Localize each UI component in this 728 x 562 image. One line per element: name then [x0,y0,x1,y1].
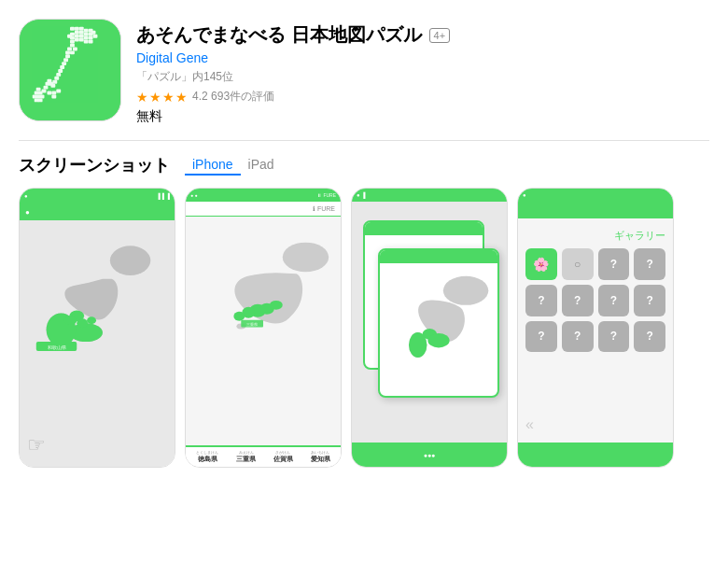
svg-rect-31 [62,62,66,65]
svg-rect-11 [75,31,79,35]
gallery-label: ギャラリー [614,230,665,241]
rating-row: ★★★★ 4.2 693件の評価 [136,89,709,105]
svg-rect-4 [84,29,89,33]
svg-rect-17 [84,36,89,40]
svg-rect-16 [79,35,84,38]
svg-rect-25 [73,47,77,50]
svg-rect-29 [65,54,70,58]
svg-point-55 [110,246,150,275]
price-label: 無料 [136,108,709,125]
screenshots-scroll[interactable]: ● ▐▐ ▐ ● [19,188,709,477]
svg-rect-14 [70,36,75,40]
svg-rect-47 [36,88,41,91]
svg-rect-32 [60,65,64,69]
stars: ★★★★ [136,90,189,105]
svg-rect-45 [56,90,61,93]
iphone-tab[interactable]: iPhone [185,155,241,176]
svg-rect-40 [45,82,49,86]
svg-rect-28 [65,50,70,54]
svg-point-62 [77,318,88,328]
screenshot-2: ● ● ⏸ FURE ℹ FURE [185,188,342,468]
svg-rect-54 [38,98,43,102]
svg-rect-33 [58,69,63,73]
svg-text:和歌山県: 和歌山県 [48,344,66,350]
app-icon-wrapper [19,19,121,121]
svg-rect-21 [79,38,84,42]
svg-rect-44 [51,91,56,95]
svg-rect-10 [79,31,84,35]
screenshots-header: スクリーンショット iPhone iPad [19,154,709,176]
ipad-tab[interactable]: iPad [241,155,282,176]
svg-rect-35 [54,77,59,80]
svg-rect-1 [70,27,75,31]
screenshot-3: ● ▐ [351,188,508,468]
svg-rect-27 [67,47,72,50]
svg-rect-9 [84,33,89,36]
svg-rect-22 [75,38,79,42]
svg-rect-2 [75,27,79,31]
svg-rect-43 [47,91,51,95]
screenshot-1: ● ▐▐ ▐ ● [19,188,175,468]
svg-rect-34 [56,73,61,77]
age-badge: 4+ [429,28,451,43]
svg-rect-52 [40,95,45,99]
svg-point-78 [443,276,488,305]
svg-rect-15 [75,35,79,38]
svg-point-66 [283,243,329,273]
svg-rect-8 [89,33,93,36]
svg-rect-7 [93,35,98,38]
svg-rect-20 [84,40,89,44]
svg-rect-23 [70,40,75,44]
svg-point-61 [63,316,77,325]
svg-rect-3 [79,27,84,31]
screenshot-4: ● ギャラリー 🌸 ○ ? [517,188,674,468]
svg-point-71 [270,301,283,310]
app-title: あそんでまなべる 日本地図パズル 4+ [136,22,709,48]
app-icon[interactable] [19,19,121,121]
svg-rect-41 [44,86,49,90]
svg-rect-30 [63,58,68,62]
svg-rect-19 [89,40,93,44]
svg-rect-26 [70,50,75,54]
screenshots-title: スクリーンショット [19,154,170,176]
app-header: あそんでまなべる 日本地図パズル 4+ Digital Gene 「パズル」内1… [0,0,728,140]
category-rank: 「パズル」内145位 [136,69,709,85]
svg-rect-18 [89,36,93,40]
screenshots-section: スクリーンショット iPhone iPad ● ▐▐ ▐ ● [0,141,728,477]
svg-rect-24 [70,44,75,48]
rating-count: 4.2 693件の評価 [192,89,274,105]
svg-text:三重県: 三重県 [246,322,258,327]
developer-name[interactable]: Digital Gene [136,50,709,65]
app-info: あそんでまなべる 日本地図パズル 4+ Digital Gene 「パズル」内1… [136,19,709,125]
svg-point-63 [87,316,96,324]
svg-rect-46 [51,95,56,99]
svg-point-82 [427,333,449,348]
svg-point-81 [409,332,427,358]
svg-rect-51 [38,91,43,95]
svg-point-72 [233,312,245,321]
